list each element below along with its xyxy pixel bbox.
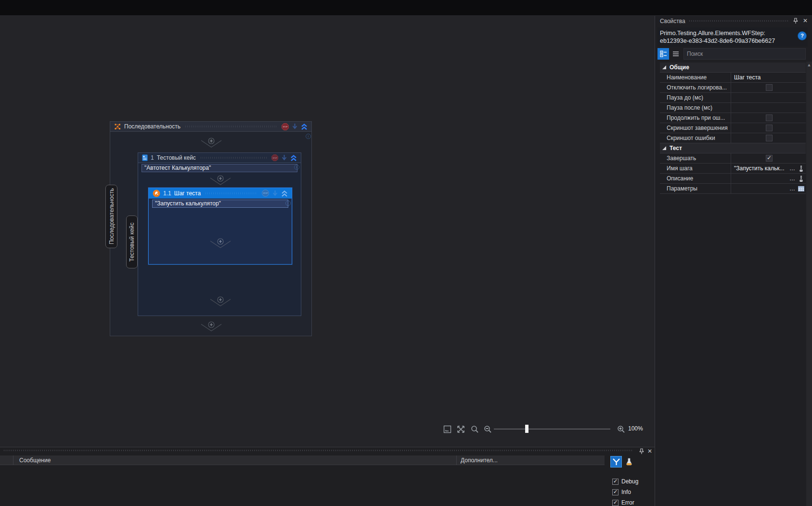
collapse-icon[interactable] xyxy=(290,154,297,161)
teststep-block-header[interactable]: 1.1 Шаг теста STOP xyxy=(149,188,292,199)
property-value[interactable] xyxy=(731,83,806,92)
testcase-block-header[interactable]: 1 Тестовый кейс STOP xyxy=(138,153,301,163)
property-group-label: Общие xyxy=(670,64,689,71)
log-filter-error[interactable]: Error xyxy=(612,499,638,506)
ellipsis-button[interactable]: … xyxy=(789,176,796,181)
group-expander-icon[interactable] xyxy=(662,65,667,70)
sequence-title: Последовательность xyxy=(124,123,180,130)
testcase-block[interactable]: 1 Тестовый кейс STOP "Автотест Калькулят… xyxy=(138,152,301,316)
zoom-icon[interactable] xyxy=(471,425,479,433)
property-text-value[interactable]: Шаг теста xyxy=(734,74,804,81)
property-group-header[interactable]: Общие xyxy=(660,63,806,73)
alphabetical-view-button[interactable] xyxy=(670,48,682,60)
clear-log-button[interactable] xyxy=(623,456,635,468)
property-row: Пауза после (мс) xyxy=(660,103,806,113)
collapse-icon[interactable] xyxy=(301,123,308,130)
header-dotted-fill xyxy=(201,157,267,159)
property-value[interactable] xyxy=(731,133,806,143)
move-down-icon[interactable] xyxy=(281,154,287,161)
teststep-expression-field[interactable]: "Запустить калькулятор" xyxy=(152,200,288,208)
property-value[interactable] xyxy=(731,93,806,102)
zoom-out-icon[interactable] xyxy=(484,425,492,433)
column-divider[interactable] xyxy=(456,455,457,465)
workflow-canvas[interactable]: Последовательность STOP i xyxy=(0,16,655,447)
fit-selection-icon[interactable] xyxy=(457,425,465,433)
column-header-additional[interactable]: Дополнител... xyxy=(461,457,498,464)
property-label: Наименование xyxy=(660,73,731,82)
log-filter-label: Error xyxy=(621,499,634,506)
column-header-message[interactable]: Сообщение xyxy=(19,457,51,464)
sequence-block[interactable]: Последовательность STOP i xyxy=(110,121,312,336)
property-value[interactable] xyxy=(731,113,806,123)
property-value[interactable]: Шаг теста xyxy=(731,73,806,82)
log-filter-button[interactable] xyxy=(610,456,622,468)
info-icon: i xyxy=(306,134,311,139)
property-row: Параметры… xyxy=(660,184,806,194)
checkbox-icon[interactable] xyxy=(612,489,619,495)
property-group-header[interactable]: Тест xyxy=(660,143,806,153)
log-table-header: Сообщение Дополнител... xyxy=(0,455,605,465)
selected-object-type: Primo.Testing.Allure.Elements.WFStep: xyxy=(660,30,765,37)
search-input[interactable] xyxy=(683,48,806,60)
move-down-icon[interactable] xyxy=(292,123,298,130)
scroll-up-icon[interactable]: ▲ xyxy=(806,62,812,68)
properties-scrollbar[interactable]: ▲ xyxy=(806,62,812,506)
property-value[interactable]: … xyxy=(731,174,806,183)
testcase-number: 1 xyxy=(151,154,154,161)
zoom-in-icon[interactable] xyxy=(617,425,625,433)
property-checkbox[interactable] xyxy=(766,135,773,141)
log-filter-info[interactable]: Info xyxy=(612,488,638,496)
ellipsis-button[interactable]: … xyxy=(789,186,796,191)
add-activity-connector-icon[interactable] xyxy=(209,296,232,307)
zoom-slider-thumb[interactable] xyxy=(525,425,528,433)
close-icon[interactable]: ✕ xyxy=(803,17,808,24)
pin-icon[interactable] xyxy=(639,448,644,455)
stop-icon[interactable]: STOP xyxy=(262,190,269,197)
expression-editor-button[interactable] xyxy=(798,176,804,182)
add-activity-connector-icon[interactable] xyxy=(200,321,222,332)
add-activity-connector-icon[interactable] xyxy=(209,175,232,186)
tab-testcase[interactable]: Тестовый кейс xyxy=(126,215,138,268)
sequence-block-header[interactable]: Последовательность STOP xyxy=(110,122,311,132)
header-dotted-fill xyxy=(185,126,277,127)
testcase-expression-field[interactable]: "Автотест Калькулятора" xyxy=(142,164,297,172)
ellipsis-button[interactable]: … xyxy=(789,166,796,171)
property-row: Имя шага"Запустить кальк...… xyxy=(660,164,806,174)
property-value[interactable] xyxy=(731,153,806,163)
property-checkbox[interactable] xyxy=(766,84,773,91)
stop-icon[interactable]: STOP xyxy=(282,123,289,130)
list-icon xyxy=(672,51,679,57)
checkbox-icon[interactable] xyxy=(612,479,619,485)
add-activity-connector-icon[interactable] xyxy=(209,238,232,249)
property-checkbox[interactable] xyxy=(766,125,773,131)
property-grid: ОбщиеНаименованиеШаг тестаОтключить логи… xyxy=(660,63,806,194)
teststep-block[interactable]: 1.1 Шаг теста STOP xyxy=(148,188,292,265)
property-value[interactable]: … xyxy=(731,184,806,193)
property-value[interactable] xyxy=(731,103,806,113)
log-filter-debug[interactable]: Debug xyxy=(612,478,638,485)
property-checkbox[interactable] xyxy=(766,114,773,121)
add-activity-connector-icon[interactable] xyxy=(200,138,222,148)
column-divider[interactable] xyxy=(13,455,13,465)
move-down-icon[interactable] xyxy=(272,190,278,197)
checkbox-icon[interactable] xyxy=(612,500,619,506)
stop-icon[interactable]: STOP xyxy=(271,154,278,161)
close-icon[interactable]: ✕ xyxy=(647,448,652,455)
property-value[interactable]: "Запустить кальк...… xyxy=(731,164,806,173)
property-text-value[interactable]: "Запустить кальк... xyxy=(734,165,787,172)
categorized-view-button[interactable] xyxy=(657,48,669,60)
property-label: Скриншот ошибки xyxy=(660,133,731,143)
collapse-icon[interactable] xyxy=(281,190,288,197)
group-expander-icon[interactable] xyxy=(662,146,667,151)
help-icon[interactable]: ? xyxy=(798,32,806,40)
tab-sequence[interactable]: Последовательность xyxy=(105,185,117,248)
property-value[interactable] xyxy=(731,123,806,133)
pin-icon[interactable] xyxy=(793,18,799,24)
collection-editor-button[interactable] xyxy=(798,186,804,192)
fit-page-icon[interactable] xyxy=(443,425,451,433)
expression-editor-button[interactable] xyxy=(798,165,804,172)
property-checkbox[interactable] xyxy=(766,155,773,162)
selected-object-id: eb12393e-e383-43d2-8de6-09a376be6627 xyxy=(660,38,775,44)
filter-icon xyxy=(613,458,620,466)
zoom-slider-track[interactable] xyxy=(494,429,610,430)
